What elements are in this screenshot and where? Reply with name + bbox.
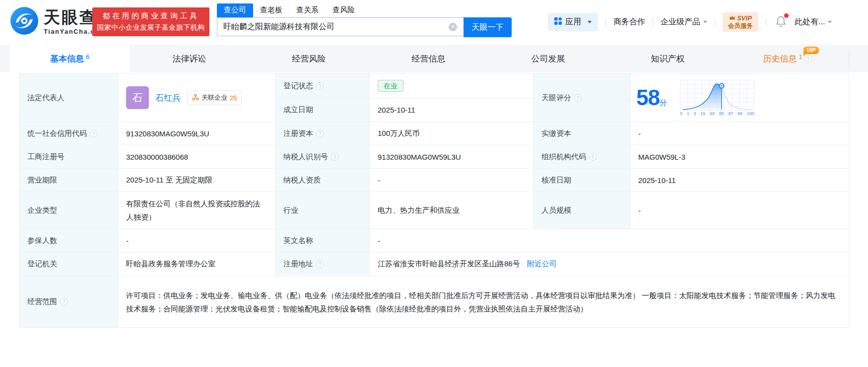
- promo-banner: 都在用的商业查询工具 国家中小企业发展子基金旗下机构: [92, 7, 209, 36]
- help-icon[interactable]: ?: [316, 130, 324, 137]
- field-value-reg-authority: 盱眙县政务服务管理办公室: [118, 252, 275, 276]
- chevron-down-icon: [588, 21, 592, 23]
- svip-sublabel: 会员服务: [728, 22, 753, 30]
- legal-rep-name-link[interactable]: 石红兵: [155, 92, 181, 104]
- help-icon[interactable]: ?: [331, 153, 338, 161]
- nav-business-cooperation[interactable]: 商务合作: [613, 17, 645, 27]
- score-distribution-chart: 0131550859799100: [680, 80, 754, 116]
- chevron-down-icon: [703, 21, 707, 23]
- field-value-industry: 电力、热力生产和供应业: [370, 192, 534, 229]
- tab-intellectual-property[interactable]: 知识产权: [608, 45, 728, 72]
- clear-search-icon[interactable]: ×: [449, 23, 457, 31]
- tab-label: 公司发展: [532, 53, 565, 64]
- tab-basic-info[interactable]: 基本信息 6: [10, 45, 130, 72]
- field-label-insured-count: 参保人数: [19, 229, 118, 252]
- bell-icon: [776, 20, 786, 28]
- field-label-staff-size: 人员规模: [534, 192, 630, 229]
- crown-icon: [729, 14, 735, 22]
- tab-label: 基本信息: [50, 53, 84, 64]
- spacer: [791, 18, 792, 26]
- field-label-reg-authority: 登记机关: [19, 252, 118, 276]
- user-menu[interactable]: 此处有...: [795, 17, 832, 27]
- divider: [766, 18, 766, 26]
- help-icon[interactable]: ?: [316, 82, 324, 90]
- chevron-down-icon: [828, 21, 832, 23]
- field-label-business-term: 营业期限: [19, 169, 118, 192]
- tab-label: 历史信息: [763, 53, 797, 64]
- enterprise-products-label: 企业级产品: [661, 17, 700, 27]
- tab-label: 经营信息: [412, 53, 446, 64]
- field-value-reg-no: 320830000386068: [118, 145, 275, 169]
- apps-menu[interactable]: 应用: [548, 13, 598, 31]
- field-value-establish-date: 2025-10-11: [370, 98, 534, 122]
- search-area: 查公司 查老板 查关系 查风险 × 天眼一下: [217, 3, 512, 37]
- field-value-score: 58分 0131550859799100: [630, 74, 849, 122]
- help-icon[interactable]: ?: [90, 130, 97, 137]
- divider: [849, 51, 849, 66]
- score-unit: 分: [660, 98, 667, 107]
- search-tab-company[interactable]: 查公司: [217, 3, 253, 17]
- nav-enterprise-products[interactable]: 企业级产品: [661, 17, 707, 27]
- tab-label: 知识产权: [651, 53, 685, 64]
- search-button[interactable]: 天眼一下: [464, 17, 512, 37]
- promo-banner-line1: 都在用的商业查询工具: [103, 11, 200, 21]
- field-label-industry: 行业: [275, 192, 370, 229]
- field-label-taxpayer-quality: 纳税人资质: [275, 169, 370, 192]
- company-basic-info-table: 法定代表人 石 石红兵 关联企业 25 登记状态 ? 在业 成立日期 2025-…: [19, 73, 849, 328]
- tab-count: 6: [86, 53, 89, 61]
- help-icon[interactable]: ?: [316, 260, 324, 268]
- search-input[interactable]: [217, 17, 464, 36]
- help-icon[interactable]: ?: [574, 94, 582, 102]
- score-chart-axis: 0131550859799100: [680, 111, 754, 116]
- field-value-english-name: -: [370, 229, 849, 252]
- field-value-insured-count: -: [118, 229, 275, 252]
- field-label-english-name: 英文名称: [275, 229, 370, 252]
- related-companies-button[interactable]: 关联企业 25: [187, 90, 242, 105]
- apps-grid-icon: [554, 17, 562, 27]
- top-nav: 应用 商务合作 企业级产品 SVIP 会员服务: [548, 12, 832, 32]
- apps-label: 应用: [565, 17, 581, 27]
- field-label-reg-address: 注册地址?: [275, 252, 370, 276]
- tab-legal-litigation[interactable]: 法律诉讼: [130, 45, 249, 72]
- tab-history-info[interactable]: VIP 历史信息 1 ?: [728, 45, 847, 72]
- field-value-staff-size: -: [630, 192, 849, 229]
- promo-banner-line2: 国家中小企业发展子基金旗下机构: [97, 23, 205, 32]
- field-label-taxpayer-id: 纳税人识别号?: [275, 145, 370, 169]
- network-icon: [192, 94, 199, 102]
- help-icon[interactable]: ?: [589, 153, 597, 161]
- svip-label: SVIP: [737, 14, 752, 22]
- svip-member-button[interactable]: SVIP 会员服务: [723, 12, 758, 32]
- field-value-uscc: 91320830MAG0W59L3U: [118, 122, 275, 145]
- field-label-uscc: 统一社会信用代码?: [19, 122, 118, 145]
- divider: [653, 18, 653, 26]
- nearby-companies-link[interactable]: 附近公司: [527, 259, 557, 269]
- section-tab-strip: 基本信息 6 法律诉讼 经营风险 经营信息 公司发展 知识产权 VIP 历史信息…: [0, 45, 868, 72]
- field-label-score: 天眼评分 ?: [534, 74, 630, 122]
- divider: [605, 18, 606, 26]
- field-label-org-code: 组织机构代码?: [534, 145, 630, 169]
- score-number: 58: [636, 85, 660, 110]
- field-label-establish-date: 成立日期: [275, 98, 370, 122]
- tab-company-development[interactable]: 公司发展: [488, 45, 608, 72]
- field-label-company-type: 企业类型: [19, 192, 118, 229]
- notifications-button[interactable]: [776, 15, 786, 29]
- search-tab-boss[interactable]: 查老板: [253, 3, 289, 17]
- tab-count: 1: [799, 53, 802, 61]
- search-tab-relation[interactable]: 查关系: [289, 3, 326, 17]
- field-value-paid-capital: -: [630, 122, 849, 145]
- tab-operating-risk[interactable]: 经营风险: [249, 45, 369, 72]
- tianyancha-logo[interactable]: 天眼查 TianYanCha.com: [10, 6, 106, 37]
- field-label-paid-capital: 实缴资本: [534, 122, 630, 145]
- related-companies-count: 25: [230, 94, 237, 102]
- avatar[interactable]: 石: [126, 86, 149, 109]
- logo-swirl-icon: [10, 6, 39, 37]
- field-value-legal-rep: 石 石红兵 关联企业 25: [118, 74, 275, 122]
- search-tab-risk[interactable]: 查风险: [326, 3, 362, 17]
- vip-badge: VIP: [803, 47, 819, 54]
- field-label-approval-date: 核准日期: [534, 169, 630, 192]
- field-label-reg-status: 登记状态 ?: [275, 74, 370, 98]
- field-value-org-code: MAG0W59L-3: [630, 145, 849, 169]
- field-value-approval-date: 2025-10-11: [630, 169, 849, 192]
- help-icon[interactable]: ?: [60, 298, 67, 306]
- tab-business-info[interactable]: 经营信息: [369, 45, 488, 72]
